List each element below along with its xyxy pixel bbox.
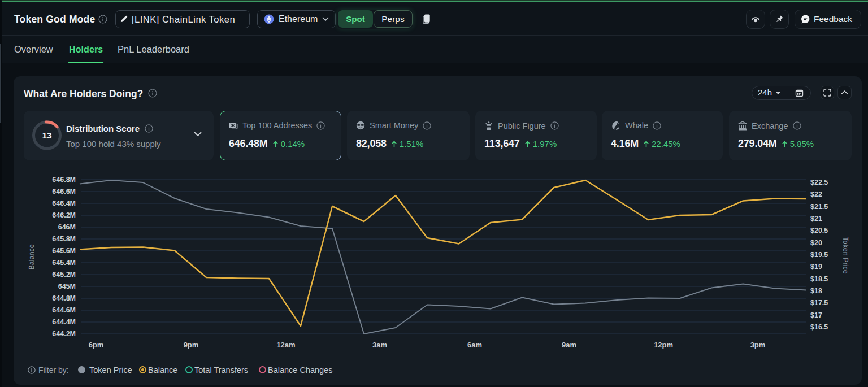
svg-text:644.8M: 644.8M <box>52 294 76 302</box>
svg-text:644.2M: 644.2M <box>52 330 76 338</box>
svg-text:646.2M: 646.2M <box>52 211 76 219</box>
svg-text:9pm: 9pm <box>184 341 199 349</box>
svg-text:646.4M: 646.4M <box>52 199 76 207</box>
svg-text:645.2M: 645.2M <box>52 271 76 279</box>
svg-text:$19: $19 <box>810 263 822 271</box>
svg-text:644.6M: 644.6M <box>52 306 76 314</box>
svg-text:$19.5: $19.5 <box>810 251 828 259</box>
svg-text:644.4M: 644.4M <box>52 318 76 326</box>
svg-text:645.6M: 645.6M <box>52 247 76 255</box>
svg-text:$17: $17 <box>810 311 822 319</box>
svg-text:$21.5: $21.5 <box>810 203 828 211</box>
svg-text:$22: $22 <box>810 190 822 198</box>
svg-text:646.6M: 646.6M <box>52 188 76 195</box>
svg-text:646.8M: 646.8M <box>52 176 76 184</box>
svg-text:$22.5: $22.5 <box>810 179 828 186</box>
svg-text:12am: 12am <box>276 341 295 349</box>
svg-text:646M: 646M <box>58 223 76 231</box>
svg-text:$18.5: $18.5 <box>810 275 828 283</box>
svg-text:$16.5: $16.5 <box>810 323 828 331</box>
svg-text:3pm: 3pm <box>750 341 766 349</box>
svg-text:$18: $18 <box>810 287 822 295</box>
svg-text:Balance: Balance <box>28 244 36 269</box>
svg-text:645M: 645M <box>58 282 76 290</box>
svg-text:6am: 6am <box>467 341 482 349</box>
svg-text:$20: $20 <box>810 239 822 247</box>
svg-text:6pm: 6pm <box>89 341 104 349</box>
svg-text:$21: $21 <box>810 215 822 223</box>
svg-text:645.4M: 645.4M <box>52 259 76 267</box>
svg-text:9am: 9am <box>562 341 576 349</box>
svg-text:12pm: 12pm <box>654 341 673 349</box>
svg-text:645.8M: 645.8M <box>52 235 76 243</box>
svg-text:$20.5: $20.5 <box>810 227 828 234</box>
svg-text:Token Price: Token Price <box>841 237 849 273</box>
svg-text:3am: 3am <box>372 341 387 349</box>
svg-text:$17.5: $17.5 <box>810 299 828 307</box>
